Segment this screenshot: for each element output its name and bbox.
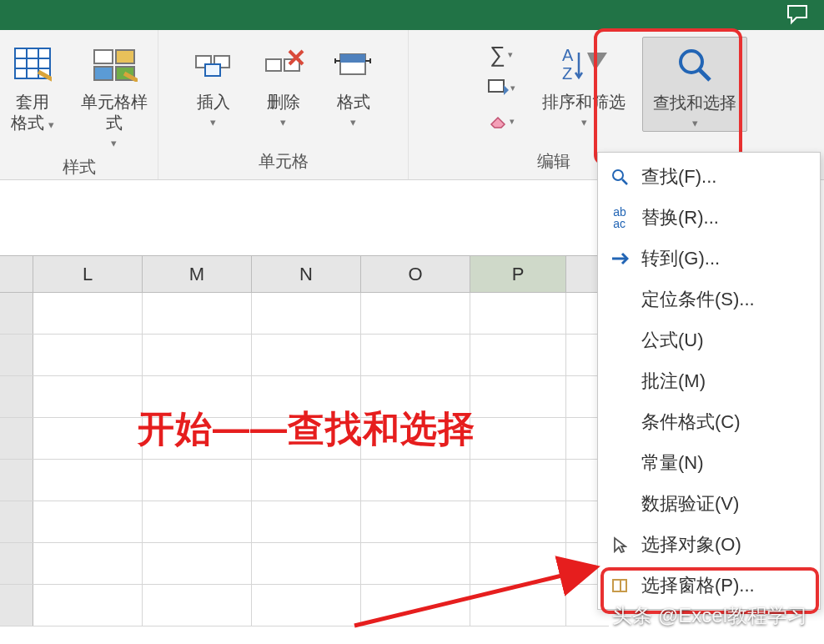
menu-comments-label: 批注(M) bbox=[641, 369, 820, 394]
menu-dataval-label: 数据验证(V) bbox=[641, 491, 820, 516]
fill-icon[interactable]: ▾ bbox=[485, 75, 517, 100]
svg-rect-15 bbox=[340, 54, 365, 63]
sort-filter-icon: AZ bbox=[559, 42, 609, 87]
svg-line-22 bbox=[622, 179, 627, 184]
sort-filter-label: 排序和筛选 bbox=[542, 93, 626, 111]
arrow-right-icon bbox=[598, 252, 641, 265]
menu-selection-pane[interactable]: 选择窗格(P)... bbox=[598, 565, 820, 606]
menu-selpane-label: 选择窗格(P)... bbox=[641, 573, 820, 598]
menu-replace-label: 替换(R)... bbox=[641, 205, 820, 230]
apply-format-label: 套用 格式 ▾ bbox=[11, 92, 55, 133]
col-header-M[interactable]: M bbox=[143, 256, 252, 292]
svg-rect-6 bbox=[116, 50, 134, 63]
cell-styles-button[interactable]: 单元格样式 ▾ bbox=[73, 37, 154, 151]
menu-find-label: 查找(F)... bbox=[641, 164, 820, 189]
menu-selobj-label: 选择对象(O) bbox=[641, 532, 820, 557]
menu-find[interactable]: 查找(F)... bbox=[598, 156, 820, 197]
clear-icon[interactable]: ▾ bbox=[485, 108, 517, 133]
editing-small-tools: ∑▾ ▾ ▾ bbox=[485, 37, 517, 133]
svg-rect-5 bbox=[94, 50, 113, 63]
menu-goto[interactable]: 转到(G)... bbox=[598, 238, 820, 279]
grid-row[interactable] bbox=[0, 585, 609, 626]
menu-goto-label: 转到(G)... bbox=[641, 246, 820, 271]
ribbon-group-styles: 套用 格式 ▾ 单元格样式 ▾ 样式 bbox=[0, 30, 158, 179]
insert-label: 插入 bbox=[197, 93, 230, 111]
find-select-icon bbox=[675, 43, 715, 88]
svg-line-20 bbox=[700, 70, 710, 80]
menu-data-validation[interactable]: 数据验证(V) bbox=[598, 483, 820, 524]
menu-constants[interactable]: 常量(N) bbox=[598, 442, 820, 483]
find-select-label: 查找和选择 bbox=[653, 93, 736, 112]
menu-formulas[interactable]: 公式(U) bbox=[598, 319, 820, 360]
col-header-O[interactable]: O bbox=[361, 256, 470, 292]
grid-rows bbox=[0, 293, 609, 626]
delete-button[interactable]: 删除 ▾ bbox=[254, 37, 313, 130]
ribbon-group-cells: 插入 ▾ 删除 ▾ 格式 ▾ 单元格 bbox=[158, 30, 409, 179]
format-as-table-button[interactable]: 套用 格式 ▾ bbox=[3, 37, 62, 135]
column-headers: L M N O P bbox=[0, 255, 609, 293]
svg-text:A: A bbox=[562, 46, 574, 64]
delete-label: 删除 bbox=[267, 93, 300, 111]
sort-filter-button[interactable]: AZ 排序和筛选 ▾ bbox=[537, 37, 631, 130]
menu-goto-special[interactable]: 定位条件(S)... bbox=[598, 279, 820, 319]
replace-icon: abac bbox=[598, 206, 641, 229]
insert-button[interactable]: 插入 ▾ bbox=[184, 37, 243, 130]
menu-replace[interactable]: abac 替换(R)... bbox=[598, 197, 820, 238]
search-icon bbox=[598, 169, 641, 185]
col-header-P[interactable]: P bbox=[470, 256, 566, 292]
menu-comments[interactable]: 批注(M) bbox=[598, 360, 820, 401]
menu-select-objects[interactable]: 选择对象(O) bbox=[598, 524, 820, 565]
svg-rect-12 bbox=[266, 59, 281, 71]
grid-row[interactable] bbox=[0, 460, 609, 501]
menu-conditional-format[interactable]: 条件格式(C) bbox=[598, 401, 820, 442]
feedback-icon[interactable] bbox=[786, 3, 809, 31]
svg-point-19 bbox=[681, 51, 702, 73]
insert-icon bbox=[191, 42, 236, 87]
find-select-button[interactable]: 查找和选择 ▾ bbox=[642, 37, 747, 132]
cell-styles-label: 单元格样式 bbox=[81, 93, 148, 132]
cell-styles-icon bbox=[91, 42, 138, 87]
col-header-N[interactable]: N bbox=[252, 256, 361, 292]
grid-row[interactable] bbox=[0, 335, 609, 376]
menu-condfmt-label: 条件格式(C) bbox=[641, 410, 820, 435]
svg-point-21 bbox=[613, 170, 623, 180]
grid-row[interactable] bbox=[0, 543, 609, 585]
format-label: 格式 bbox=[337, 93, 370, 111]
grid-row[interactable] bbox=[0, 501, 609, 543]
col-header-L[interactable]: L bbox=[33, 256, 143, 292]
format-icon bbox=[334, 42, 374, 87]
annotation-text: 开始——查找和选择 bbox=[138, 405, 475, 454]
delete-icon bbox=[261, 42, 306, 87]
menu-constants-label: 常量(N) bbox=[641, 450, 820, 475]
cursor-icon bbox=[598, 536, 641, 553]
cells-group-label: 单元格 bbox=[162, 145, 404, 179]
styles-group-label: 样式 bbox=[3, 151, 154, 185]
row-header-gutter[interactable] bbox=[0, 256, 33, 292]
selection-pane-icon bbox=[598, 578, 641, 593]
grid-row[interactable] bbox=[0, 293, 609, 335]
svg-rect-11 bbox=[205, 64, 220, 76]
titlebar bbox=[0, 0, 824, 30]
svg-rect-16 bbox=[489, 80, 504, 92]
format-button[interactable]: 格式 ▾ bbox=[324, 37, 383, 130]
svg-text:Z: Z bbox=[562, 64, 572, 83]
menu-formulas-label: 公式(U) bbox=[641, 328, 820, 353]
svg-rect-7 bbox=[94, 67, 113, 80]
find-select-dropdown: 查找(F)... abac 替换(R)... 转到(G)... 定位条件(S).… bbox=[597, 152, 821, 610]
table-format-icon bbox=[13, 42, 52, 87]
menu-goto-special-label: 定位条件(S)... bbox=[641, 287, 820, 312]
autosum-icon[interactable]: ∑▾ bbox=[485, 42, 517, 67]
